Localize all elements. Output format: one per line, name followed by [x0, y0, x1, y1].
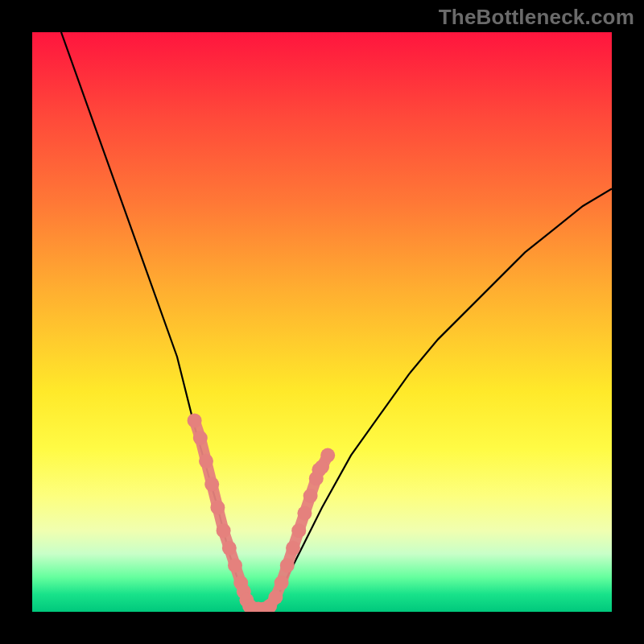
outer-frame: TheBottleneck.com: [0, 0, 644, 644]
valley-bead: [199, 454, 213, 469]
valley-bead: [210, 500, 225, 514]
valley-bead: [222, 541, 237, 555]
valley-bead: [280, 558, 295, 572]
valley-bead: [188, 413, 202, 427]
valley-bead: [297, 506, 312, 521]
watermark-text: TheBottleneck.com: [439, 5, 634, 30]
valley-bead: [320, 448, 335, 463]
valley-bead: [193, 431, 208, 445]
valley-bead: [286, 541, 300, 555]
plot-area: [32, 32, 612, 612]
valley-bead: [303, 489, 318, 503]
valley-bead: [217, 523, 231, 538]
valley-bead: [228, 558, 242, 572]
valley-bead: [268, 590, 283, 605]
bottleneck-curve: [61, 32, 612, 612]
chart-svg: [32, 32, 612, 612]
valley-bead: [291, 523, 306, 538]
valley-bead: [204, 477, 219, 492]
valley-bead: [275, 576, 289, 590]
